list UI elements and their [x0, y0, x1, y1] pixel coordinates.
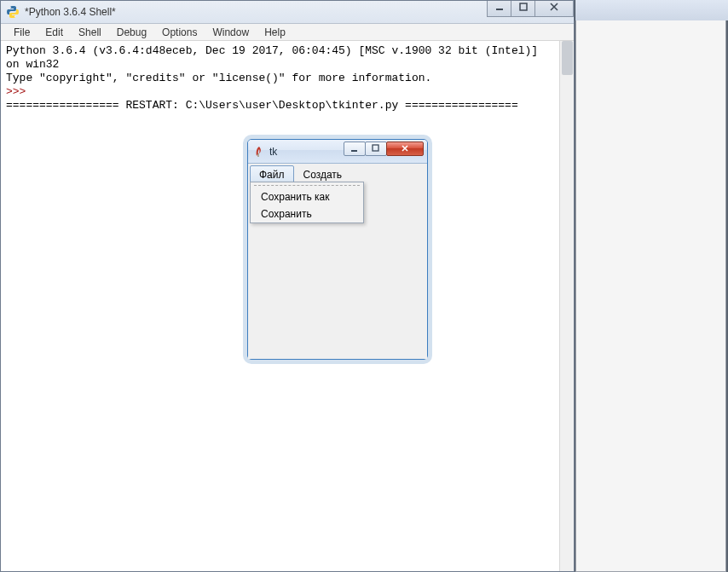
right-window-titlebar: [575, 0, 728, 20]
tk-minimize-button[interactable]: [344, 142, 366, 156]
tkinter-window: tk Файл Создать Сохранить как Сохранить: [247, 139, 428, 360]
menu-separator: [254, 185, 360, 186]
menu-window[interactable]: Window: [205, 25, 257, 40]
menu-debug[interactable]: Debug: [109, 25, 154, 40]
idle-window-title: *Python 3.6.4 Shell*: [25, 6, 116, 18]
svg-rect-2: [496, 9, 503, 10]
scrollbar-thumb[interactable]: [562, 41, 573, 75]
tk-file-dropdown: Сохранить как Сохранить: [250, 182, 364, 223]
shell-restart-banner: ================= RESTART: C:\Users\user…: [6, 99, 569, 113]
menu-help[interactable]: Help: [257, 25, 293, 40]
svg-rect-3: [520, 3, 527, 10]
tk-maximize-button[interactable]: [365, 142, 387, 156]
shell-prompt: >>>: [6, 85, 26, 98]
svg-point-1: [14, 16, 15, 17]
idle-titlebar[interactable]: *Python 3.6.4 Shell*: [1, 1, 574, 24]
menu-file[interactable]: File: [6, 25, 38, 40]
idle-minimize-button[interactable]: [487, 1, 511, 17]
tk-close-button[interactable]: [386, 142, 424, 156]
shell-output-line: on win32: [6, 58, 569, 72]
menu-options[interactable]: Options: [154, 25, 205, 40]
python-icon: [6, 5, 20, 19]
idle-vertical-scrollbar[interactable]: [559, 41, 574, 571]
svg-rect-5: [373, 145, 378, 151]
shell-output-line: Python 3.6.4 (v3.6.4:d48eceb, Dec 19 201…: [6, 44, 569, 58]
menu-item-save[interactable]: Сохранить: [251, 205, 363, 222]
tk-feather-icon: [253, 146, 265, 158]
tk-titlebar[interactable]: tk: [248, 140, 427, 164]
idle-window-controls: [488, 1, 574, 17]
right-window-body: [575, 20, 726, 572]
idle-maximize-button[interactable]: [511, 1, 535, 17]
svg-rect-4: [351, 150, 357, 152]
shell-output-line: Type "copyright", "credits" or "license(…: [6, 72, 569, 85]
tk-window-title: tk: [269, 146, 277, 158]
tk-window-controls: [344, 142, 424, 156]
menu-edit[interactable]: Edit: [38, 25, 71, 40]
menu-item-save-as[interactable]: Сохранить как: [251, 188, 363, 205]
svg-point-0: [10, 7, 11, 8]
menu-shell[interactable]: Shell: [71, 25, 109, 40]
idle-menubar: File Edit Shell Debug Options Window Hel…: [1, 24, 574, 41]
idle-close-button[interactable]: [534, 1, 574, 17]
